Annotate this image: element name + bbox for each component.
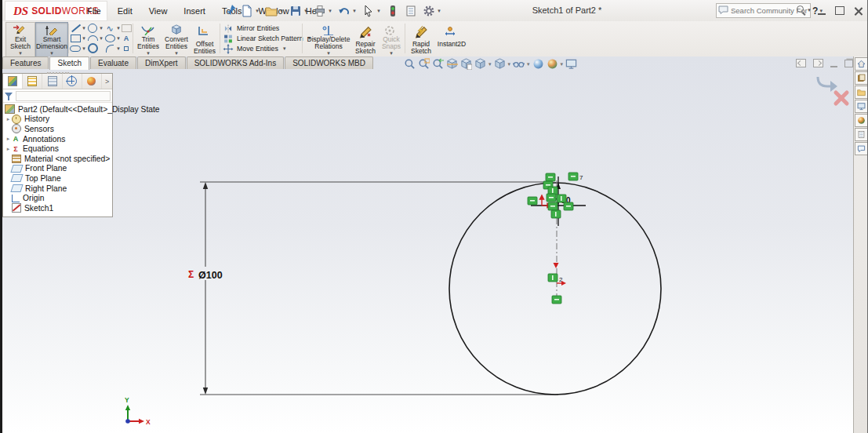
rebuild-button[interactable] [386,3,400,19]
displaymanager-tab[interactable] [82,74,102,89]
new-document-button[interactable] [240,3,254,19]
configurationmanager-tab[interactable] [42,74,62,89]
tree-item-history[interactable]: History [5,115,112,125]
expand-arrow-icon[interactable] [5,136,12,142]
tree-item-annotations[interactable]: Annotations [5,134,112,144]
tab-dimxpert[interactable]: DimXpert [137,56,186,69]
text-tool-icon[interactable] [124,35,129,42]
trim-entities-button[interactable]: Trim Entities [135,22,162,57]
tab-solidworks-mbd[interactable]: SOLIDWORKS MBD [285,56,373,69]
tree-item-top-plane[interactable]: Top Plane [5,173,112,184]
print-dropdown[interactable] [327,3,333,19]
graphics-area[interactable]: Σ Ø100 10 [2,56,854,433]
open-dropdown[interactable] [278,3,285,19]
dimxpertmanager-tab[interactable] [63,74,82,89]
search-icon[interactable] [796,5,807,16]
move-entities-button[interactable]: Move Entities [223,44,313,53]
repair-sketch-button[interactable]: Repair Sketch [352,22,379,57]
tab-sketch[interactable]: Sketch [49,56,89,70]
select-button[interactable] [361,3,376,19]
convert-dropdown[interactable] [173,50,180,56]
close-button[interactable] [854,6,863,15]
ellipse-tool-icon[interactable] [105,35,115,42]
open-button[interactable] [264,3,278,19]
cancel-sketch-icon[interactable] [836,93,847,104]
select-dropdown[interactable] [376,3,382,19]
tree-item-sketch1[interactable]: Sketch1 [5,203,112,213]
tree-item-material[interactable]: Material <not specified> [5,154,112,164]
filter-funnel-icon[interactable] [5,92,13,100]
dimension-value[interactable]: Ø100 [198,270,223,281]
solidworks-resources-tab[interactable] [855,57,868,71]
menu-view[interactable]: View [147,5,169,17]
minimize-button[interactable] [818,6,826,15]
save-dropdown[interactable] [303,3,309,19]
spline-tool-icon[interactable] [106,24,113,32]
pin-menu-icon[interactable] [225,4,238,16]
file-explorer-tab[interactable] [855,86,868,99]
convert-entities-button[interactable]: Convert Entities [162,22,191,57]
exit-sketch-corner-arrow[interactable] [830,81,837,92]
tree-item-right-plane[interactable]: Right Plane [5,184,112,194]
smart-dimension-button[interactable]: Smart Dimension [35,22,68,57]
trim-dropdown[interactable] [145,50,151,56]
filter-input[interactable] [16,91,111,101]
tab-features[interactable]: Features [2,56,49,69]
diameter-dimension[interactable]: Σ Ø100 [188,182,558,395]
menu-file[interactable]: File [85,5,103,17]
slot-tool-icon[interactable] [70,45,81,52]
point-tool-icon[interactable] [124,46,129,51]
view-palette-tab[interactable] [855,100,868,113]
move-entities-dropdown[interactable] [281,41,288,56]
expand-arrow-icon[interactable] [5,146,12,152]
fillet-tool-icon[interactable] [106,45,114,53]
tree-item-equations[interactable]: Equations [5,144,112,154]
tab-evaluate[interactable]: Evaluate [90,56,136,69]
file-properties-button[interactable] [404,3,418,19]
tree-item-sensors[interactable]: Sensors [5,124,112,134]
circle-tool-icon[interactable] [88,24,97,33]
appearances-scenes-tab[interactable] [855,114,868,127]
tree-root-part[interactable]: Part2 (Default<<Default>_Display State [5,104,112,115]
menu-edit[interactable]: Edit [116,5,134,17]
line-tool-icon[interactable] [71,24,80,32]
instant2d-button[interactable]: Instant2D [434,22,469,57]
solidworks-forum-tab[interactable] [855,142,868,155]
slot-dropdown[interactable] [81,41,87,56]
exit-sketch-button[interactable]: Exit Sketch [5,22,35,57]
linear-sketch-pattern-button[interactable]: Linear Sketch Pattern [223,34,313,43]
relation-badges-top[interactable]: 7 [528,173,583,218]
offset-entities-button[interactable]: Offset Entities [191,22,218,57]
smart-dimension-dropdown[interactable] [49,50,55,56]
propertymanager-tab[interactable] [23,74,42,89]
new-dropdown[interactable] [254,3,260,19]
design-library-tab[interactable] [855,71,868,85]
mirror-entities-button[interactable]: Mirror Entities [223,24,313,33]
display-delete-relations-button[interactable]: Display/Delete Relations [305,22,352,57]
circle-ring-tool-icon[interactable] [88,43,98,53]
save-button[interactable] [289,3,303,19]
options-button[interactable] [422,3,436,19]
print-button[interactable] [313,3,327,19]
tab-solidworks-add-ins[interactable]: SOLIDWORKS Add-Ins [187,56,284,69]
tree-item-front-plane[interactable]: Front Plane [5,164,112,174]
panel-flyout-chevron[interactable]: > [102,78,112,86]
exit-sketch-corner-icon[interactable] [818,77,832,86]
rectangle-tool-icon[interactable] [71,35,81,42]
search-scope-dropdown[interactable] [806,2,812,18]
custom-properties-tab[interactable] [855,128,868,141]
menu-insert[interactable]: Insert [182,5,207,17]
arc-tool-icon[interactable] [88,35,98,41]
arc-dropdown[interactable] [98,31,104,46]
expand-arrow-icon[interactable] [5,116,12,122]
undo-dropdown[interactable] [351,3,358,19]
options-dropdown[interactable] [436,3,442,19]
tree-item-origin[interactable]: Origin [5,193,112,203]
fillet-dropdown[interactable] [115,41,122,56]
maximize-button[interactable] [835,6,844,15]
undo-button[interactable] [337,3,351,19]
panel-splitter-handle[interactable] [47,72,69,74]
featuremanager-tab[interactable] [3,74,23,89]
exit-sketch-dropdown[interactable] [17,50,24,56]
display-delete-dropdown[interactable] [325,50,332,56]
